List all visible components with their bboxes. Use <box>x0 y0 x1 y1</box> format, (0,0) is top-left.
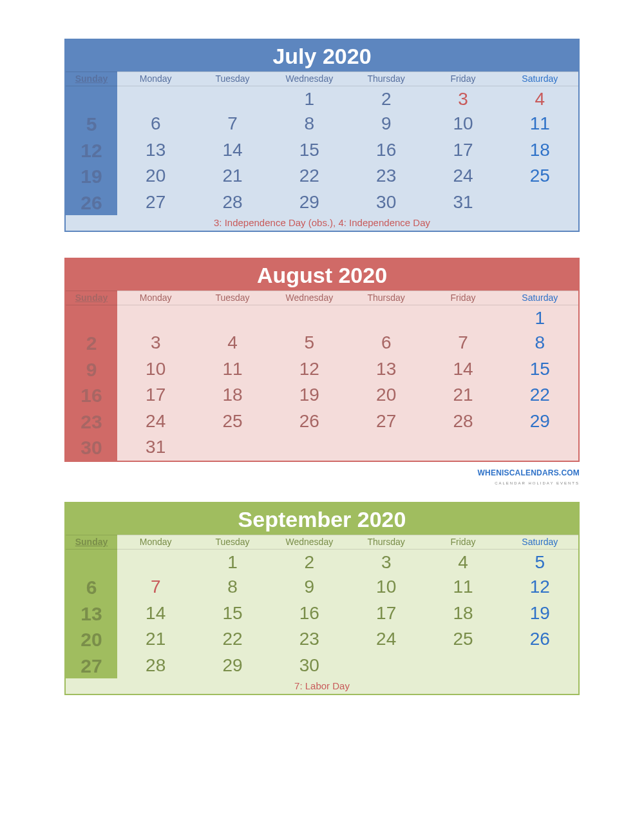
date-cell <box>348 434 424 461</box>
date-cell <box>117 86 194 111</box>
dow-monday: Monday <box>117 535 194 550</box>
dow-saturday: Saturday <box>502 535 578 550</box>
dow-thursday: Thursday <box>348 291 424 305</box>
calendar-title: August 2020 <box>66 259 578 291</box>
date-cell: 7 <box>117 574 194 600</box>
date-cell: 12 <box>66 137 117 164</box>
date-cell: 30 <box>348 189 424 216</box>
date-cell: 18 <box>502 137 578 164</box>
holidays-row: 3: Independence Day (obs.), 4: Independe… <box>66 215 578 231</box>
date-cell: 20 <box>348 382 424 408</box>
date-cell: 1 <box>194 550 270 574</box>
date-cell: 28 <box>424 408 501 435</box>
dow-friday: Friday <box>424 535 501 550</box>
date-cell <box>348 305 424 330</box>
date-cell: 26 <box>271 408 348 435</box>
holidays-row: 7: Labor Day <box>66 678 578 694</box>
date-cell: 27 <box>348 408 424 435</box>
date-cell: 27 <box>66 653 117 679</box>
date-cell <box>502 189 578 216</box>
date-cell <box>117 550 194 574</box>
date-cell: 20 <box>66 626 117 653</box>
date-cell: 13 <box>348 356 424 383</box>
dow-tuesday: Tuesday <box>194 72 270 86</box>
date-cell: 7 <box>194 111 270 137</box>
date-cell: 5 <box>66 111 117 137</box>
date-cell: 15 <box>271 137 348 164</box>
date-cell: 2 <box>66 330 117 356</box>
dow-sunday: Sunday <box>66 72 117 86</box>
date-cell: 16 <box>348 137 424 164</box>
calendar-august: August 2020 Sunday Monday Tuesday Wednes… <box>64 258 580 462</box>
date-cell: 22 <box>502 382 578 408</box>
dow-thursday: Thursday <box>348 72 424 86</box>
date-cell: 9 <box>66 356 117 383</box>
date-cell <box>424 653 501 679</box>
dow-saturday: Saturday <box>502 72 578 86</box>
date-cell: 24 <box>117 408 194 435</box>
date-cell: 9 <box>271 574 348 600</box>
date-cell: 13 <box>117 137 194 164</box>
date-cell: 23 <box>271 626 348 653</box>
date-cell: 8 <box>271 111 348 137</box>
date-cell <box>424 305 501 330</box>
date-cell <box>271 434 348 461</box>
date-cell: 14 <box>424 356 501 383</box>
date-cell: 17 <box>348 600 424 627</box>
date-cell: 31 <box>424 189 501 216</box>
date-cell <box>117 305 194 330</box>
dow-sunday: Sunday <box>66 291 117 305</box>
calendar-july: July 2020 Sunday Monday Tuesday Wednesda… <box>64 39 580 232</box>
date-cell: 3 <box>117 330 194 356</box>
date-cell: 2 <box>348 86 424 111</box>
calendar-title: July 2020 <box>66 40 578 72</box>
date-cell: 21 <box>194 163 270 189</box>
date-cell <box>66 550 117 574</box>
date-cell: 30 <box>66 434 117 461</box>
watermark-subtext: CALENDAR HOLIDAY EVENTS <box>495 481 580 485</box>
date-cell: 26 <box>66 189 117 216</box>
date-cell: 29 <box>194 653 270 679</box>
date-cell: 22 <box>271 163 348 189</box>
dow-row: Sunday Monday Tuesday Wednesday Thursday… <box>66 72 578 86</box>
date-cell: 19 <box>271 382 348 408</box>
date-cell: 14 <box>194 137 270 164</box>
dow-wednesday: Wednesday <box>271 72 348 86</box>
date-cell: 28 <box>194 189 270 216</box>
date-cell: 22 <box>194 626 270 653</box>
date-cell <box>66 86 117 111</box>
dow-wednesday: Wednesday <box>271 535 348 550</box>
date-cell: 6 <box>348 330 424 356</box>
date-cell: 8 <box>194 574 270 600</box>
date-cell: 5 <box>271 330 348 356</box>
dow-monday: Monday <box>117 291 194 305</box>
date-cell: 2 <box>271 550 348 574</box>
dates-grid: 1234567891011121314151617181920212223242… <box>66 305 578 461</box>
date-cell: 11 <box>502 111 578 137</box>
date-cell <box>271 305 348 330</box>
date-cell: 17 <box>117 382 194 408</box>
date-cell: 4 <box>424 550 501 574</box>
date-cell: 9 <box>348 111 424 137</box>
dow-tuesday: Tuesday <box>194 291 270 305</box>
date-cell: 10 <box>117 356 194 383</box>
date-cell: 21 <box>424 382 501 408</box>
date-cell: 3 <box>348 550 424 574</box>
date-cell: 10 <box>424 111 501 137</box>
date-cell: 7 <box>424 330 501 356</box>
date-cell: 6 <box>66 574 117 600</box>
date-cell: 6 <box>117 111 194 137</box>
calendar-september: September 2020 Sunday Monday Tuesday Wed… <box>64 502 580 695</box>
date-cell: 23 <box>348 163 424 189</box>
date-cell <box>66 305 117 330</box>
date-cell: 18 <box>424 600 501 627</box>
date-cell: 20 <box>117 163 194 189</box>
dow-row: Sunday Monday Tuesday Wednesday Thursday… <box>66 535 578 550</box>
date-cell <box>424 434 501 461</box>
date-cell: 11 <box>424 574 501 600</box>
date-cell: 25 <box>194 408 270 435</box>
date-cell: 4 <box>194 330 270 356</box>
dow-wednesday: Wednesday <box>271 291 348 305</box>
watermark: WHENISCALENDARS.COM CALENDAR HOLIDAY EVE… <box>64 468 580 486</box>
date-cell: 26 <box>502 626 578 653</box>
